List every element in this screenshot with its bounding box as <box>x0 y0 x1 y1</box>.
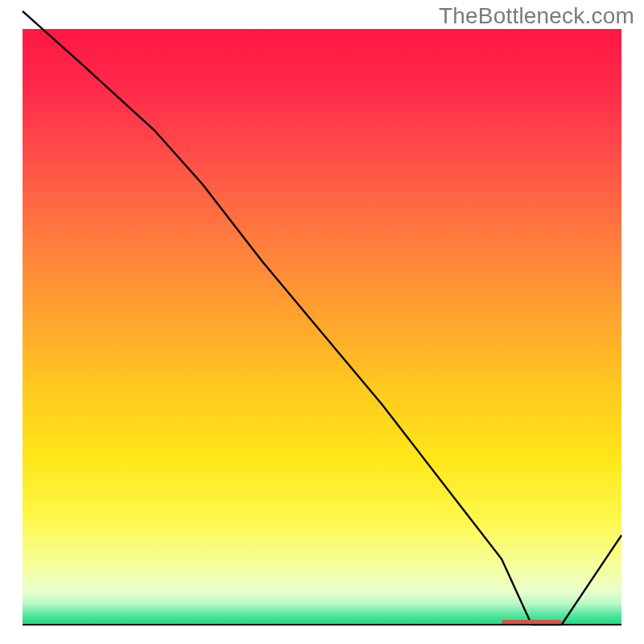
plot-background <box>23 29 621 625</box>
chart-frame: TheBottleneck.com <box>0 0 644 644</box>
bottleneck-chart <box>0 0 644 644</box>
